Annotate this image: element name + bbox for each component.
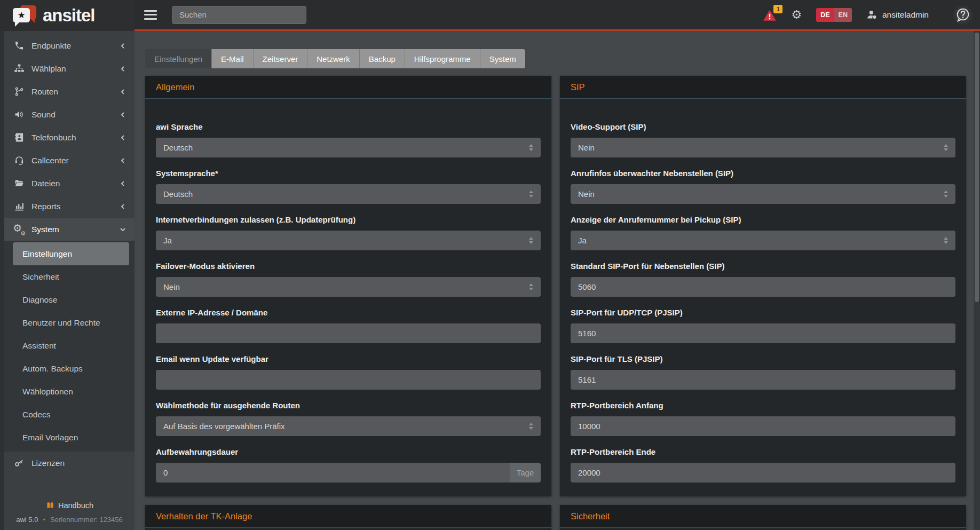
sidebar-item-routen[interactable]: Routen	[4, 80, 135, 103]
sidebar-item-label: Routen	[31, 87, 58, 97]
tab-hilfsprogramme[interactable]: Hilfsprogramme	[405, 49, 480, 68]
sidebar-footer: Handbuch awi 5.0 • Seriennummer: 123456	[4, 501, 135, 524]
scrollbar-thumb[interactable]	[975, 33, 979, 302]
chevron-left-icon	[120, 157, 126, 164]
panel-sip: SIPVideo-Support (SIP)NeinAnrufinfos übe…	[560, 76, 966, 496]
sidebar-item-w-hlplan[interactable]: Wählplan	[4, 57, 135, 80]
lang-en-button[interactable]: EN	[834, 8, 852, 22]
input-aufbewahrungsdauer[interactable]	[156, 463, 510, 482]
sidebar-item-label: Sound	[31, 110, 56, 120]
select-value: Nein	[163, 282, 180, 291]
sidebar-item-system[interactable]: ⚙⚙System	[4, 218, 135, 241]
select-arrows-icon	[529, 191, 533, 197]
select-internetverbindungen-zulassen-z-b-updatepr-fung[interactable]: Ja	[156, 231, 541, 250]
sidebar-item-lizenzen[interactable]: Lizenzen	[4, 452, 135, 474]
submenu-item-diagnose[interactable]: Diagnose	[13, 288, 129, 311]
input-externe-ip-adresse-dom-ne[interactable]	[156, 323, 541, 343]
select-arrows-icon	[944, 237, 948, 244]
form-field-systemsprache: Systemsprache*Deutsch	[156, 169, 541, 204]
sidebar-item-sound[interactable]: Sound	[4, 103, 135, 126]
brand-logo[interactable]: ★ ansitel	[0, 0, 135, 31]
tab-e-mail[interactable]: E-Mail	[212, 49, 254, 68]
form-field-standard-sip-port-f-r-nebenstellen-sip: Standard SIP-Port für Nebenstellen (SIP)	[571, 262, 955, 297]
input-email-wenn-update-verf-gbar[interactable]	[156, 370, 541, 390]
form-field-rtp-portbereich-anfang: RTP-Portbereich Anfang	[571, 401, 955, 436]
select-video-support-sip[interactable]: Nein	[571, 138, 955, 157]
sidebar-item-telefonbuch[interactable]: Telefonbuch	[4, 126, 135, 149]
field-label: Externe IP-Adresse / Domäne	[156, 308, 541, 317]
app-window: ★ ansitel 1 ⚙ DE EN ansiteladmin	[0, 0, 980, 530]
help-button[interactable]	[952, 4, 974, 26]
user-menu[interactable]: ansiteladmin	[866, 9, 929, 20]
select-anzeige-der-anrufernummer-bei-pickup-sip[interactable]: Ja	[571, 231, 955, 250]
submenu-item-label: Einstellungen	[22, 249, 72, 259]
tab-system[interactable]: System	[480, 49, 525, 68]
headset-icon	[14, 155, 25, 165]
select-systemsprache[interactable]: Deutsch	[156, 184, 541, 204]
chevron-left-icon	[120, 43, 126, 49]
settings-gear-icon[interactable]: ⚙	[791, 9, 802, 21]
submenu-item-w-hloptionen[interactable]: Wähloptionen	[13, 380, 129, 403]
field-label: Aufbewahrungsdauer	[156, 447, 541, 456]
user-name: ansiteladmin	[882, 10, 929, 20]
manual-link[interactable]: Handbuch	[4, 501, 135, 510]
select-arrows-icon	[529, 237, 533, 244]
field-label: RTP-Portbereich Ende	[571, 447, 955, 456]
sidebar-item-label: System	[31, 225, 59, 234]
version-row: awi 5.0 • Seriennummer: 123456	[4, 516, 135, 524]
sitemap-icon	[14, 64, 25, 74]
vertical-scrollbar[interactable]	[974, 31, 980, 530]
help-question-icon	[955, 7, 971, 23]
input-sip-port-f-r-udp-tcp-pjsip[interactable]	[571, 323, 955, 343]
submenu-item-autom-backups[interactable]: Autom. Backups	[13, 357, 129, 380]
form-field-awi-sprache: awi SpracheDeutsch	[156, 122, 541, 157]
chevron-left-icon	[120, 66, 126, 72]
cogs-icon: ⚙⚙	[14, 224, 25, 234]
tab-backup[interactable]: Backup	[360, 49, 405, 68]
select-failover-modus-aktivieren[interactable]: Nein	[156, 277, 541, 297]
submenu-item-label: Sicherheit	[22, 272, 59, 282]
submenu-item-email-vorlagen[interactable]: Email Vorlagen	[13, 426, 129, 449]
submenu-item-codecs[interactable]: Codecs	[13, 403, 129, 426]
book-icon	[45, 501, 55, 510]
input-rtp-portbereich-anfang[interactable]	[571, 416, 955, 436]
select-value: Deutsch	[163, 143, 193, 152]
select-w-hlmethode-f-r-ausgehende-routen[interactable]: Auf Basis des vorgewählten Präfix	[156, 416, 541, 436]
submenu-item-benutzer-und-rechte[interactable]: Benutzer und Rechte	[13, 311, 129, 334]
tab-zeitserver[interactable]: Zeitserver	[254, 49, 308, 68]
logo-speech-bubbles-icon: ★	[13, 4, 37, 27]
select-anrufinfos-berwachter-nebenstellen-sip[interactable]: Nein	[571, 184, 955, 204]
hamburger-menu-icon[interactable]	[144, 10, 157, 20]
panel-title: Verhalten der TK-Anlage	[145, 505, 551, 528]
select-awi-sprache[interactable]: Deutsch	[156, 138, 541, 157]
manual-label: Handbuch	[58, 501, 93, 510]
sidebar: EndpunkteWählplanRoutenSoundTelefonbuchC…	[0, 31, 135, 530]
input-sip-port-f-r-tls-pjsip[interactable]	[571, 370, 955, 390]
select-value: Nein	[578, 189, 595, 199]
submenu-item-label: Email Vorlagen	[22, 433, 78, 442]
select-arrows-icon	[944, 191, 948, 197]
sidebar-item-endpunkte[interactable]: Endpunkte	[4, 34, 135, 57]
tab-netzwerk[interactable]: Netzwerk	[307, 49, 360, 68]
lang-de-button[interactable]: DE	[816, 8, 834, 22]
input-rtp-portbereich-ende[interactable]	[571, 463, 955, 482]
field-label: Systemsprache*	[156, 169, 541, 178]
submenu-item-label: Autom. Backups	[22, 364, 83, 374]
input-standard-sip-port-f-r-nebenstellen-sip[interactable]	[571, 277, 955, 297]
submenu-item-einstellungen[interactable]: Einstellungen	[13, 242, 129, 265]
form-field-anzeige-der-anrufernummer-bei-pickup-sip: Anzeige der Anrufernummer bei Pickup (SI…	[571, 215, 955, 250]
search-input[interactable]	[172, 6, 306, 24]
submenu-item-assistent[interactable]: Assistent	[13, 334, 129, 357]
panel-body: Video-Support (SIP)NeinAnrufinfos überwa…	[560, 99, 966, 496]
field-label: RTP-Portbereich Anfang	[571, 401, 955, 410]
select-value: Nein	[578, 143, 595, 152]
submenu-item-sicherheit[interactable]: Sicherheit	[13, 265, 129, 288]
topbar: 1 ⚙ DE EN ansiteladmin	[135, 0, 980, 31]
sidebar-item-dateien[interactable]: Dateien	[4, 172, 135, 195]
alerts-button[interactable]: 1	[763, 9, 777, 21]
key-icon	[14, 458, 25, 468]
panel-title: Sicherheit	[560, 505, 966, 528]
sidebar-item-callcenter[interactable]: Callcenter	[4, 149, 135, 172]
tab-einstellungen[interactable]: Einstellungen	[145, 49, 212, 68]
sidebar-item-reports[interactable]: Reports	[4, 195, 135, 218]
